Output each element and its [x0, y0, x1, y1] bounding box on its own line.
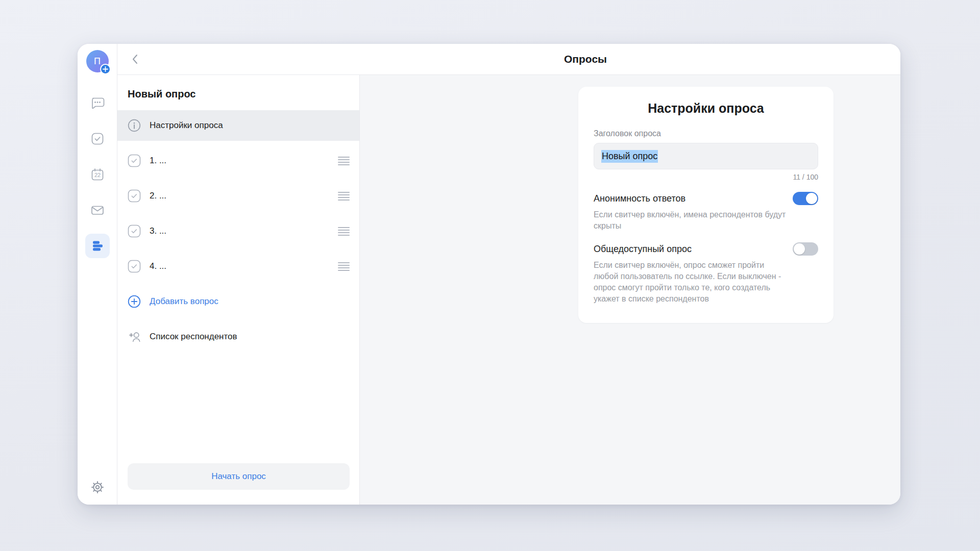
drag-handle-icon[interactable]	[338, 157, 350, 165]
start-survey-button[interactable]: Начать опрос	[128, 463, 350, 490]
question-label: 2. ...	[150, 191, 166, 201]
info-icon	[128, 119, 141, 132]
gear-icon	[90, 480, 105, 495]
page-title: Опросы	[564, 53, 607, 65]
mail-icon	[90, 203, 105, 217]
toggle-knob	[794, 243, 805, 255]
app-window: П	[78, 44, 900, 505]
panel-item-question-4[interactable]: 4. ...	[117, 251, 359, 282]
question-checkbox-icon	[128, 224, 141, 238]
chevron-left-icon	[130, 53, 141, 66]
survey-settings-card: Настройки опроса Заголовок опроса Новый …	[578, 87, 834, 323]
icon-rail: П	[78, 44, 117, 505]
survey-name-heading: Новый опрос	[128, 88, 349, 100]
panel-item-question-1[interactable]: 1. ...	[117, 145, 359, 176]
question-label: 3. ...	[150, 226, 166, 236]
calendar-day-number: 22	[94, 172, 100, 178]
drag-handle-icon[interactable]	[338, 192, 350, 201]
profile-avatar[interactable]: П	[86, 50, 109, 72]
anonymity-toggle[interactable]	[793, 192, 818, 205]
plus-icon	[103, 66, 108, 72]
public-description: Если свитчер включён, опрос сможет пройт…	[594, 260, 789, 305]
panel-item-question-2[interactable]: 2. ...	[117, 181, 359, 211]
sidebar-item-tasks[interactable]	[85, 127, 110, 151]
add-question-label: Добавить вопрос	[150, 296, 218, 307]
settings-card-title: Настройки опроса	[594, 101, 818, 116]
survey-title-input[interactable]: Новый опрос	[594, 143, 818, 169]
main-content: Настройки опроса Заголовок опроса Новый …	[360, 75, 900, 505]
panel-item-survey-settings[interactable]: Настройки опроса	[117, 110, 359, 141]
drag-handle-icon[interactable]	[338, 227, 350, 236]
sidebar-item-calendar[interactable]: 22	[85, 162, 110, 187]
drag-handle-icon[interactable]	[338, 262, 350, 271]
question-checkbox-icon	[128, 189, 141, 203]
sidebar-item-mail[interactable]	[85, 198, 110, 222]
plus-circle-icon	[128, 295, 141, 308]
sidebar-item-chats[interactable]	[85, 91, 110, 115]
checkbox-icon	[90, 132, 105, 146]
public-toggle-row: Общедоступный опрос	[594, 242, 818, 256]
anonymity-description: Если свитчер включён, имена респондентов…	[594, 209, 789, 232]
survey-structure-panel: Новый опрос Настройки опроса	[117, 75, 360, 505]
respondents-list-button[interactable]: Список респондентов	[117, 321, 359, 352]
panel-item-label: Настройки опроса	[150, 120, 223, 131]
sidebar-item-polls[interactable]	[85, 234, 110, 258]
question-checkbox-icon	[128, 154, 141, 167]
toggle-knob	[806, 193, 817, 204]
settings-gear-button[interactable]	[87, 477, 108, 497]
public-label: Общедоступный опрос	[594, 244, 692, 255]
anonymity-label: Анонимность ответов	[594, 193, 685, 204]
respondents-label: Список респондентов	[150, 332, 237, 342]
selected-input-text: Новый опрос	[601, 150, 658, 163]
add-person-icon	[128, 330, 141, 343]
back-button[interactable]	[128, 52, 142, 66]
question-label: 1. ...	[150, 156, 166, 166]
char-counter: 11 / 100	[594, 173, 818, 181]
add-account-badge[interactable]	[100, 64, 111, 74]
question-label: 4. ...	[150, 261, 166, 271]
desktop-background: П	[0, 0, 980, 551]
add-question-button[interactable]: Добавить вопрос	[117, 286, 359, 317]
public-toggle[interactable]	[793, 242, 818, 256]
top-header: Опросы	[117, 44, 900, 75]
panel-item-question-3[interactable]: 3. ...	[117, 216, 359, 246]
polls-bars-icon	[91, 239, 104, 253]
chat-bubble-icon	[90, 96, 105, 110]
calendar-icon: 22	[90, 167, 105, 182]
question-checkbox-icon	[128, 260, 141, 273]
survey-title-field-label: Заголовок опроса	[594, 129, 818, 138]
anonymity-toggle-row: Анонимность ответов	[594, 192, 818, 205]
